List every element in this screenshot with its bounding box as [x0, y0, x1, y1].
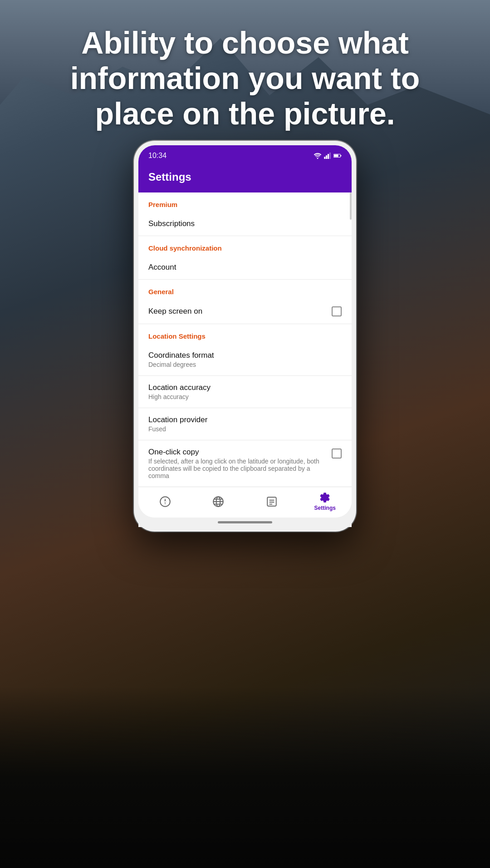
app-bar-title: Settings [148, 171, 191, 183]
svg-rect-2 [326, 155, 327, 159]
svg-rect-4 [329, 153, 331, 159]
setting-item-coordinates-format[interactable]: Coordinates format Decimal degrees [138, 344, 352, 376]
hero-title: Ability to choose what information you w… [36, 25, 454, 132]
app-bar: Settings [138, 164, 352, 192]
section-header-general: General [138, 280, 352, 299]
setting-subtitle-location-provider: Fused [148, 425, 342, 433]
setting-item-location-provider[interactable]: Location provider Fused [138, 408, 352, 440]
svg-point-8 [160, 497, 170, 507]
setting-title-account: Account [148, 263, 342, 272]
nav-item-globe[interactable] [192, 496, 245, 508]
setting-title-location-provider: Location provider [148, 415, 342, 424]
compass-icon [159, 496, 171, 508]
scroll-indicator [350, 192, 352, 220]
setting-item-one-click-copy[interactable]: One-click copy If selected, after a long… [138, 440, 352, 487]
phone-mockup: 10:34 [134, 141, 356, 532]
nav-label-settings: Settings [314, 505, 336, 511]
battery-icon [333, 153, 342, 159]
status-time: 10:34 [148, 152, 167, 160]
setting-item-subscriptions[interactable]: Subscriptions [138, 212, 352, 236]
setting-item-keep-screen-on[interactable]: Keep screen on [138, 299, 352, 324]
svg-rect-7 [334, 155, 338, 157]
svg-marker-10 [164, 502, 166, 505]
wifi-icon [314, 153, 322, 159]
section-header-location: Location Settings [138, 324, 352, 344]
home-indicator [138, 518, 352, 527]
nav-item-list[interactable] [245, 496, 299, 508]
settings-icon [319, 492, 331, 503]
hero-section: Ability to choose what information you w… [0, 25, 490, 132]
checkbox-one-click-copy[interactable] [332, 449, 342, 459]
svg-rect-3 [328, 154, 329, 159]
status-bar: 10:34 [138, 145, 352, 164]
bottom-nav: Settings [138, 487, 352, 518]
svg-point-0 [317, 158, 318, 159]
globe-icon [212, 496, 224, 508]
setting-item-location-accuracy[interactable]: Location accuracy High accuracy [138, 376, 352, 408]
setting-title-keep-screen-on: Keep screen on [148, 307, 332, 316]
setting-title-coordinates-format: Coordinates format [148, 351, 342, 360]
svg-marker-9 [164, 498, 166, 502]
status-icons [314, 153, 342, 159]
setting-subtitle-coordinates-format: Decimal degrees [148, 361, 342, 368]
list-icon [266, 496, 278, 508]
settings-scroll-wrapper: Premium Subscriptions Cloud synchronizat… [138, 192, 352, 487]
nav-item-settings[interactable]: Settings [299, 492, 352, 511]
setting-title-location-accuracy: Location accuracy [148, 383, 342, 392]
phone-frame: 10:34 [134, 141, 356, 532]
home-bar [218, 521, 272, 523]
svg-rect-1 [324, 157, 325, 159]
svg-rect-16 [267, 497, 276, 506]
section-header-cloud: Cloud synchronization [138, 236, 352, 256]
section-header-premium: Premium [138, 192, 352, 212]
svg-rect-6 [340, 155, 341, 157]
setting-item-account[interactable]: Account [138, 256, 352, 280]
phone-screen: 10:34 [138, 145, 352, 518]
setting-subtitle-location-accuracy: High accuracy [148, 393, 342, 400]
nav-item-compass[interactable] [138, 496, 192, 508]
setting-title-one-click-copy: One-click copy [148, 448, 327, 457]
signal-icon [324, 153, 331, 159]
setting-title-subscriptions: Subscriptions [148, 219, 342, 228]
setting-subtitle-one-click-copy: If selected, after a long click on the l… [148, 458, 327, 479]
checkbox-keep-screen-on[interactable] [332, 306, 342, 316]
settings-content: Premium Subscriptions Cloud synchronizat… [138, 192, 352, 487]
